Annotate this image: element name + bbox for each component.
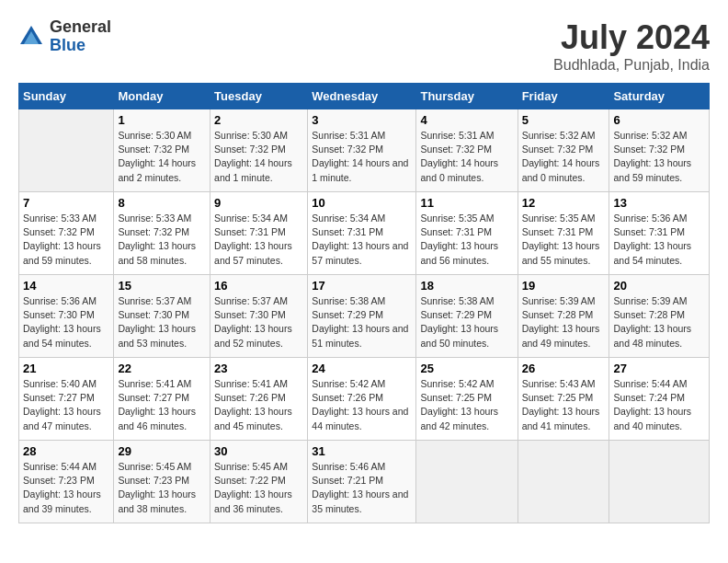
calendar-cell: 7Sunrise: 5:33 AMSunset: 7:32 PMDaylight… <box>19 192 114 275</box>
main-title: July 2024 <box>553 18 710 57</box>
calendar-cell: 2Sunrise: 5:30 AMSunset: 7:32 PMDaylight… <box>210 109 308 192</box>
day-info: Sunrise: 5:38 AMSunset: 7:29 PMDaylight:… <box>312 294 412 350</box>
header-thursday: Thursday <box>416 84 518 109</box>
day-number: 18 <box>420 279 513 293</box>
calendar-cell: 16Sunrise: 5:37 AMSunset: 7:30 PMDayligh… <box>210 275 308 358</box>
day-info: Sunrise: 5:38 AMSunset: 7:29 PMDaylight:… <box>420 294 513 350</box>
day-info: Sunrise: 5:30 AMSunset: 7:32 PMDaylight:… <box>118 129 206 185</box>
calendar-cell: 23Sunrise: 5:41 AMSunset: 7:26 PMDayligh… <box>210 358 308 441</box>
day-number: 26 <box>522 362 606 375</box>
day-number: 20 <box>613 279 705 293</box>
calendar-cell: 22Sunrise: 5:41 AMSunset: 7:27 PMDayligh… <box>114 358 210 441</box>
day-info: Sunrise: 5:36 AMSunset: 7:30 PMDaylight:… <box>23 294 109 350</box>
day-info: Sunrise: 5:41 AMSunset: 7:26 PMDaylight:… <box>214 377 303 433</box>
day-info: Sunrise: 5:40 AMSunset: 7:27 PMDaylight:… <box>23 377 109 433</box>
day-number: 19 <box>522 279 606 293</box>
calendar-cell: 11Sunrise: 5:35 AMSunset: 7:31 PMDayligh… <box>416 192 518 275</box>
calendar-cell: 1Sunrise: 5:30 AMSunset: 7:32 PMDaylight… <box>114 109 210 192</box>
calendar-cell: 6Sunrise: 5:32 AMSunset: 7:32 PMDaylight… <box>609 109 710 192</box>
header-monday: Monday <box>114 84 210 109</box>
day-info: Sunrise: 5:39 AMSunset: 7:28 PMDaylight:… <box>522 294 606 350</box>
day-info: Sunrise: 5:43 AMSunset: 7:25 PMDaylight:… <box>522 377 606 433</box>
day-number: 14 <box>23 279 109 293</box>
day-info: Sunrise: 5:36 AMSunset: 7:31 PMDaylight:… <box>613 212 705 268</box>
day-info: Sunrise: 5:44 AMSunset: 7:23 PMDaylight:… <box>23 460 109 516</box>
day-number: 15 <box>118 279 206 293</box>
logo-general-text: General <box>50 18 111 37</box>
calendar-cell: 21Sunrise: 5:40 AMSunset: 7:27 PMDayligh… <box>19 358 114 441</box>
day-number: 23 <box>214 362 303 375</box>
day-info: Sunrise: 5:37 AMSunset: 7:30 PMDaylight:… <box>214 294 303 350</box>
logo-blue-text: Blue <box>50 37 111 55</box>
day-number: 10 <box>312 196 412 210</box>
day-number: 9 <box>214 196 303 210</box>
calendar-cell: 31Sunrise: 5:46 AMSunset: 7:21 PMDayligh… <box>308 441 416 523</box>
day-number: 13 <box>613 196 705 210</box>
day-number: 8 <box>118 196 206 210</box>
week-row-3: 14Sunrise: 5:36 AMSunset: 7:30 PMDayligh… <box>19 275 710 358</box>
logo-text: General Blue <box>50 18 111 55</box>
header-tuesday: Tuesday <box>210 84 308 109</box>
header-wednesday: Wednesday <box>308 84 416 109</box>
day-number: 28 <box>23 444 109 458</box>
day-number: 12 <box>522 196 606 210</box>
calendar-cell: 9Sunrise: 5:34 AMSunset: 7:31 PMDaylight… <box>210 192 308 275</box>
calendar-cell: 12Sunrise: 5:35 AMSunset: 7:31 PMDayligh… <box>518 192 609 275</box>
day-number: 29 <box>118 444 206 458</box>
header-sunday: Sunday <box>19 84 114 109</box>
day-number: 17 <box>312 279 412 293</box>
day-number: 11 <box>420 196 513 210</box>
calendar-cell: 27Sunrise: 5:44 AMSunset: 7:24 PMDayligh… <box>609 358 710 441</box>
day-number: 4 <box>420 113 513 127</box>
day-info: Sunrise: 5:37 AMSunset: 7:30 PMDaylight:… <box>118 294 206 350</box>
day-number: 6 <box>613 113 705 127</box>
day-number: 22 <box>118 362 206 375</box>
day-number: 3 <box>312 113 412 127</box>
day-info: Sunrise: 5:35 AMSunset: 7:31 PMDaylight:… <box>522 212 606 268</box>
day-info: Sunrise: 5:33 AMSunset: 7:32 PMDaylight:… <box>118 212 206 268</box>
week-row-4: 21Sunrise: 5:40 AMSunset: 7:27 PMDayligh… <box>19 358 710 441</box>
header-friday: Friday <box>518 84 609 109</box>
logo: General Blue <box>18 18 111 55</box>
day-info: Sunrise: 5:30 AMSunset: 7:32 PMDaylight:… <box>214 129 303 185</box>
day-number: 21 <box>23 362 109 375</box>
day-info: Sunrise: 5:34 AMSunset: 7:31 PMDaylight:… <box>214 212 303 268</box>
day-number: 2 <box>214 113 303 127</box>
day-info: Sunrise: 5:45 AMSunset: 7:23 PMDaylight:… <box>118 460 206 516</box>
day-number: 1 <box>118 113 206 127</box>
calendar-cell: 26Sunrise: 5:43 AMSunset: 7:25 PMDayligh… <box>518 358 609 441</box>
calendar-cell: 14Sunrise: 5:36 AMSunset: 7:30 PMDayligh… <box>19 275 114 358</box>
day-number: 5 <box>522 113 606 127</box>
day-number: 27 <box>613 362 705 375</box>
calendar-cell: 18Sunrise: 5:38 AMSunset: 7:29 PMDayligh… <box>416 275 518 358</box>
week-row-5: 28Sunrise: 5:44 AMSunset: 7:23 PMDayligh… <box>19 441 710 523</box>
calendar-header-row: SundayMondayTuesdayWednesdayThursdayFrid… <box>19 84 710 109</box>
calendar-cell: 17Sunrise: 5:38 AMSunset: 7:29 PMDayligh… <box>308 275 416 358</box>
calendar-cell: 8Sunrise: 5:33 AMSunset: 7:32 PMDaylight… <box>114 192 210 275</box>
calendar-cell: 13Sunrise: 5:36 AMSunset: 7:31 PMDayligh… <box>609 192 710 275</box>
calendar-cell: 29Sunrise: 5:45 AMSunset: 7:23 PMDayligh… <box>114 441 210 523</box>
calendar-cell: 24Sunrise: 5:42 AMSunset: 7:26 PMDayligh… <box>308 358 416 441</box>
subtitle: Budhlada, Punjab, India <box>553 57 710 74</box>
calendar-cell: 15Sunrise: 5:37 AMSunset: 7:30 PMDayligh… <box>114 275 210 358</box>
calendar-cell: 5Sunrise: 5:32 AMSunset: 7:32 PMDaylight… <box>518 109 609 192</box>
day-info: Sunrise: 5:44 AMSunset: 7:24 PMDaylight:… <box>613 377 705 433</box>
day-info: Sunrise: 5:45 AMSunset: 7:22 PMDaylight:… <box>214 460 303 516</box>
header-saturday: Saturday <box>609 84 710 109</box>
day-info: Sunrise: 5:46 AMSunset: 7:21 PMDaylight:… <box>312 460 412 516</box>
day-info: Sunrise: 5:31 AMSunset: 7:32 PMDaylight:… <box>420 129 513 185</box>
calendar-cell: 4Sunrise: 5:31 AMSunset: 7:32 PMDaylight… <box>416 109 518 192</box>
day-info: Sunrise: 5:32 AMSunset: 7:32 PMDaylight:… <box>613 129 705 185</box>
week-row-2: 7Sunrise: 5:33 AMSunset: 7:32 PMDaylight… <box>19 192 710 275</box>
calendar-cell: 20Sunrise: 5:39 AMSunset: 7:28 PMDayligh… <box>609 275 710 358</box>
day-info: Sunrise: 5:42 AMSunset: 7:25 PMDaylight:… <box>420 377 513 433</box>
calendar-cell: 10Sunrise: 5:34 AMSunset: 7:31 PMDayligh… <box>308 192 416 275</box>
logo-icon <box>18 24 44 50</box>
calendar-cell: 3Sunrise: 5:31 AMSunset: 7:32 PMDaylight… <box>308 109 416 192</box>
day-info: Sunrise: 5:39 AMSunset: 7:28 PMDaylight:… <box>613 294 705 350</box>
page-header: General Blue July 2024 Budhlada, Punjab,… <box>18 18 710 74</box>
day-info: Sunrise: 5:35 AMSunset: 7:31 PMDaylight:… <box>420 212 513 268</box>
day-number: 24 <box>312 362 412 375</box>
calendar-cell <box>609 441 710 523</box>
calendar-cell: 19Sunrise: 5:39 AMSunset: 7:28 PMDayligh… <box>518 275 609 358</box>
